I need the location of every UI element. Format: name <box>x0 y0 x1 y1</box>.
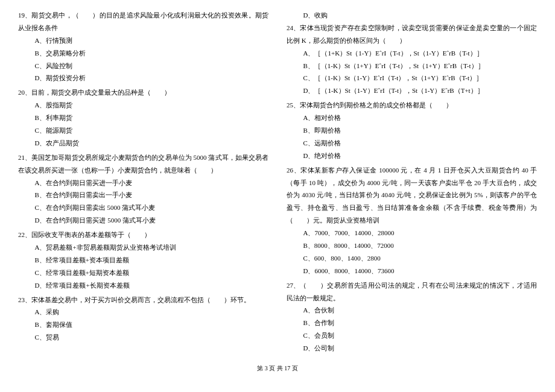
page-footer: 第 3 页 共 17 页 <box>0 362 555 374</box>
q25-opt-c: C、远期价格 <box>303 137 538 150</box>
q21-opt-d: D、在合约到期日需买进 5000 蒲式耳小麦 <box>35 214 269 227</box>
q27-options: A、合伙制 B、合作制 C、会员制 D、公司制 <box>287 304 537 355</box>
q23-opt-a: A、采购 <box>35 306 269 318</box>
q24-opt-c: C、［（1-K）St（1-Y）EˆrI（T-t），St（1+Y）EˆrB（T-t… <box>303 72 538 84</box>
q23-text: 23、宋体基差交易中，对于买方叫价交易而言，交易流程不包括（ ）环节。 <box>18 294 268 306</box>
question-19: 19、期货交易中，（ ）的目的是追求风险最小化或利润最大化的投资效果。期货从业报… <box>18 9 268 84</box>
q24-opt-b: B、［（1-K）St（1+Y）EˆrI（T-t），St（1+Y）EˆrB（T-t… <box>303 60 538 72</box>
question-23: 23、宋体基差交易中，对于买方叫价交易而言，交易流程不包括（ ）环节。 A、采购… <box>18 294 268 344</box>
q26-opt-b: B、8000、8000、14000、72000 <box>303 239 538 252</box>
q26-options: A、7000、7000、14000、28000 B、8000、8000、1400… <box>287 227 537 277</box>
q20-opt-d: D、农产品期货 <box>35 137 269 150</box>
q23-options: A、采购 B、套期保值 C、贸易 <box>18 306 268 344</box>
q23-opt-b: B、套期保值 <box>35 318 269 331</box>
q19-opt-d: D、期货投资分析 <box>35 72 269 84</box>
q23-options-cont: D、收购 <box>287 9 537 22</box>
q19-opt-c: C、风险控制 <box>35 60 269 72</box>
q22-opt-a: A、贸易差额+非贸易差额期货从业资格考试培训 <box>35 241 269 254</box>
question-20: 20、目前，期货交易中成交量最大的品种是（ ） A、股指期货 B、利率期货 C、… <box>18 86 268 149</box>
q22-options: A、贸易差额+非贸易差额期货从业资格考试培训 B、经常项目差额+资本项目差额 C… <box>18 241 268 292</box>
q19-options: A、行情预测 B、交易策略分析 C、风险控制 D、期货投资分析 <box>18 34 268 85</box>
q20-opt-a: A、股指期货 <box>35 99 269 112</box>
q21-text: 21、美国芝加哥期货交易所规定小麦期货合约的交易单位为 5000 蒲式耳，如果交… <box>18 151 268 177</box>
q22-opt-c: C、经常项目差额+短期资本差额 <box>35 267 269 279</box>
q19-opt-b: B、交易策略分析 <box>35 47 269 60</box>
page-content: 19、期货交易中，（ ）的目的是追求风险最小化或利润最大化的投资效果。期货从业报… <box>0 0 555 359</box>
q24-opt-d: D、［（1-K）St（1-Y）EˆrI（T-t），St（1-Y）EˆrB（T+t… <box>303 84 538 97</box>
q25-opt-d: D、绝对价格 <box>303 150 538 162</box>
q25-text: 25、宋体期货合约到期价格之前的成交价格都是（ ） <box>287 99 537 112</box>
q27-text: 27、（ ）交易所首先适用公司法的规定，只有在公司法未规定的情况下，才适用民法的… <box>287 279 537 305</box>
question-27: 27、（ ）交易所首先适用公司法的规定，只有在公司法未规定的情况下，才适用民法的… <box>287 279 537 355</box>
q19-text: 19、期货交易中，（ ）的目的是追求风险最小化或利润最大化的投资效果。期货从业报… <box>18 9 268 34</box>
q24-options: A、［（1+K）St（1-Y）EˆrI（T-t），St（1-Y）EˆrB（T-t… <box>287 47 537 98</box>
question-24: 24、宋体当现货资产存在卖空限制时，设卖空现货需要的保证金是卖空量的一个固定比例… <box>287 22 537 97</box>
q24-text: 24、宋体当现货资产存在卖空限制时，设卖空现货需要的保证金是卖空量的一个固定比例… <box>287 22 537 47</box>
question-22: 22、国际收支平衡表的基本差额等于（ ） A、贸易差额+非贸易差额期货从业资格考… <box>18 229 268 291</box>
q22-text: 22、国际收支平衡表的基本差额等于（ ） <box>18 229 268 241</box>
q20-opt-c: C、能源期货 <box>35 124 269 137</box>
q21-options: A、在合约到期日需买进一手小麦 B、在合约到期日需卖出一手小麦 C、在合约到期日… <box>18 177 268 227</box>
q20-opt-b: B、利率期货 <box>35 112 269 124</box>
q25-opt-a: A、相对价格 <box>303 112 538 124</box>
q27-opt-d: D、公司制 <box>303 342 538 355</box>
q20-options: A、股指期货 B、利率期货 C、能源期货 D、农产品期货 <box>18 99 268 150</box>
q21-opt-c: C、在合约到期日需卖出 5000 蒲式耳小麦 <box>35 201 269 214</box>
question-26: 26、宋体某新客户存入保证金 100000 元，在 4 月 1 日开仓买入大豆期… <box>287 164 537 277</box>
question-25: 25、宋体期货合约到期价格之前的成交价格都是（ ） A、相对价格 B、即期价格 … <box>287 99 537 162</box>
q26-opt-d: D、6000、8000、14000、73600 <box>303 265 538 277</box>
q26-opt-a: A、7000、7000、14000、28000 <box>303 227 538 239</box>
q26-opt-c: C、600、800、1400、2800 <box>303 252 538 265</box>
q27-opt-b: B、合作制 <box>303 317 538 329</box>
right-column: D、收购 24、宋体当现货资产存在卖空限制时，设卖空现货需要的保证金是卖空量的一… <box>287 9 537 356</box>
q22-opt-d: D、经常项目差额+长期资本差额 <box>35 279 269 292</box>
q22-opt-b: B、经常项目差额+资本项目差额 <box>35 254 269 267</box>
q27-opt-c: C、会员制 <box>303 329 538 342</box>
q23-opt-d: D、收购 <box>303 9 538 22</box>
q21-opt-b: B、在合约到期日需卖出一手小麦 <box>35 189 269 201</box>
q26-text: 26、宋体某新客户存入保证金 100000 元，在 4 月 1 日开仓买入大豆期… <box>287 164 537 227</box>
q24-opt-a: A、［（1+K）St（1-Y）EˆrI（T-t），St（1-Y）EˆrB（T-t… <box>303 47 538 60</box>
q25-options: A、相对价格 B、即期价格 C、远期价格 D、绝对价格 <box>287 112 537 162</box>
q19-opt-a: A、行情预测 <box>35 34 269 47</box>
q23-opt-c: C、贸易 <box>35 331 269 344</box>
q27-opt-a: A、合伙制 <box>303 304 538 317</box>
q25-opt-b: B、即期价格 <box>303 124 538 137</box>
q21-opt-a: A、在合约到期日需买进一手小麦 <box>35 177 269 189</box>
question-21: 21、美国芝加哥期货交易所规定小麦期货合约的交易单位为 5000 蒲式耳，如果交… <box>18 151 268 227</box>
q20-text: 20、目前，期货交易中成交量最大的品种是（ ） <box>18 86 268 99</box>
left-column: 19、期货交易中，（ ）的目的是追求风险最小化或利润最大化的投资效果。期货从业报… <box>18 9 268 356</box>
